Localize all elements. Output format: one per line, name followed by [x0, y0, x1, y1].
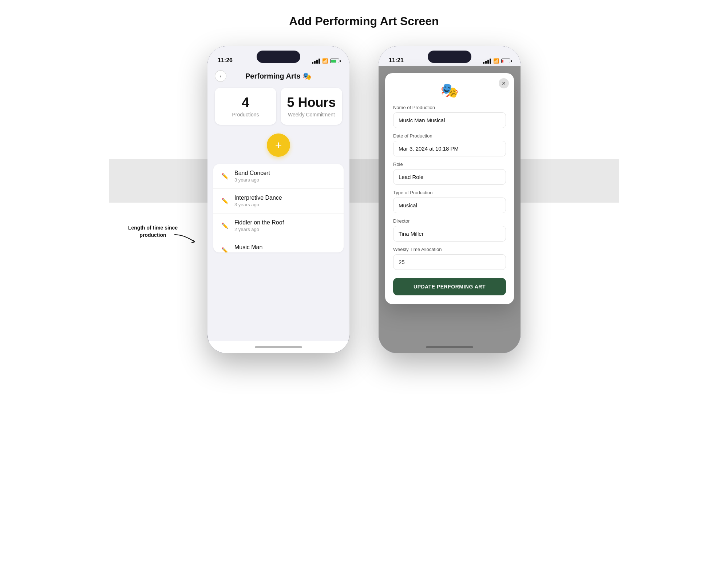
update-performing-art-button[interactable]: UPDATE PERFORMING ART — [393, 278, 506, 295]
time-input[interactable] — [393, 254, 506, 270]
name-field-group: Name of Production — [393, 105, 506, 128]
close-button[interactable]: ✕ — [499, 78, 509, 88]
nav-header-1: ‹ Performing Arts 🎭 — [207, 66, 349, 88]
type-label: Type of Production — [393, 190, 506, 195]
wifi-icon-2: 📶 — [493, 58, 499, 64]
signal-bars-1 — [312, 59, 320, 64]
home-bar-1 — [255, 346, 302, 348]
director-input[interactable] — [393, 226, 506, 242]
bar4b — [490, 59, 491, 64]
bar2 — [314, 61, 316, 64]
stats-row: 4 Productions 5 Hours Weekly Commitment — [207, 88, 349, 125]
stat-productions: 4 Productions — [215, 88, 276, 125]
date-field-group: Date of Production — [393, 133, 506, 156]
production-name-3: Fiddler on the Roof — [234, 219, 337, 226]
date-label: Date of Production — [393, 133, 506, 139]
production-list: ✏️ Band Concert 3 years ago ✏️ Interpret… — [213, 164, 344, 252]
production-name-1: Band Concert — [234, 170, 337, 176]
role-field-group: Role — [393, 162, 506, 185]
back-button[interactable]: ‹ — [215, 70, 226, 82]
stat-hours: 5 Hours Weekly Commitment — [281, 88, 342, 125]
bar4 — [318, 59, 320, 64]
pencil-icon-1: ✏️ — [220, 171, 230, 182]
battery-fill-2 — [502, 60, 503, 63]
battery-2 — [501, 59, 510, 63]
bar1b — [483, 62, 484, 64]
bar3 — [316, 60, 318, 64]
pencil-icon-4: ✏️ — [220, 246, 230, 253]
type-input[interactable] — [393, 198, 506, 213]
pencil-icon-3: ✏️ — [220, 221, 230, 231]
production-time-1: 3 years ago — [234, 177, 337, 183]
time-alloc-label: Weekly Time Allocation — [393, 247, 506, 252]
pencil-icon-2: ✏️ — [220, 196, 230, 206]
director-field-group: Director — [393, 218, 506, 242]
date-input[interactable] — [393, 141, 506, 156]
stat2-label: Weekly Commitment — [286, 112, 336, 117]
status-time-2: 11:21 — [389, 57, 404, 64]
dynamic-island-2 — [428, 51, 471, 63]
bar3b — [487, 60, 489, 64]
stat1-number: 4 — [221, 95, 270, 110]
annotation-arrow — [173, 227, 206, 249]
role-label: Role — [393, 162, 506, 167]
name-input[interactable] — [393, 112, 506, 128]
add-production-button[interactable]: + — [267, 133, 290, 157]
bar2b — [485, 61, 487, 64]
status-time-1: 11:26 — [218, 57, 233, 64]
phone-screen2: 11:21 📶 — [379, 46, 521, 353]
production-info-1: Band Concert 3 years ago — [234, 170, 337, 183]
role-input[interactable] — [393, 169, 506, 185]
page-title: Add Performing Art Screen — [289, 15, 439, 28]
phone-wrapper-2: 11:21 📶 — [379, 46, 521, 353]
home-indicator-1 — [207, 341, 349, 353]
list-item[interactable]: ✏️ Fiddler on the Roof 2 years ago — [213, 214, 344, 238]
bar1 — [312, 62, 313, 64]
add-btn-container: + — [207, 131, 349, 164]
production-time-2: 3 years ago — [234, 202, 337, 207]
stat1-label: Productions — [221, 112, 270, 117]
modal-card: ✕ 🎭 Name of Production Date of Productio… — [385, 73, 514, 304]
nav-title-1: Performing Arts 🎭 — [226, 72, 331, 80]
production-info-3: Fiddler on the Roof 2 years ago — [234, 219, 337, 232]
production-name-2: Interpretive Dance — [234, 195, 337, 201]
phone-screen1: 11:26 📶 — [207, 46, 349, 353]
production-time-3: 2 years ago — [234, 227, 337, 232]
annotation-text: Length of time since production — [127, 224, 178, 239]
wifi-icon-1: 📶 — [322, 58, 328, 64]
dynamic-island-1 — [257, 51, 300, 63]
time-field-group: Weekly Time Allocation — [393, 247, 506, 270]
production-info-4: Music Man 2 months ago — [234, 244, 337, 252]
list-item[interactable]: ✏️ Interpretive Dance 3 years ago — [213, 189, 344, 214]
spacer-bottom-1 — [207, 252, 349, 341]
signal-bars-2 — [483, 59, 491, 64]
production-name-4: Music Man — [234, 244, 337, 251]
stat2-number: 5 Hours — [286, 95, 336, 110]
status-icons-2: 📶 — [483, 58, 510, 64]
annotation-container: Length of time since production — [127, 224, 178, 239]
production-info-2: Interpretive Dance 3 years ago — [234, 195, 337, 207]
director-label: Director — [393, 218, 506, 224]
list-item[interactable]: ✏️ Band Concert 3 years ago — [213, 164, 344, 189]
battery-1 — [330, 59, 339, 63]
modal-emoji: 🎭 — [393, 82, 506, 99]
modal-overlay: ✕ 🎭 Name of Production Date of Productio… — [379, 66, 521, 353]
name-label: Name of Production — [393, 105, 506, 110]
status-icons-1: 📶 — [312, 58, 339, 64]
battery-fill-1 — [331, 60, 336, 63]
type-field-group: Type of Production — [393, 190, 506, 213]
list-item[interactable]: ✏️ Music Man 2 months ago — [213, 238, 344, 252]
